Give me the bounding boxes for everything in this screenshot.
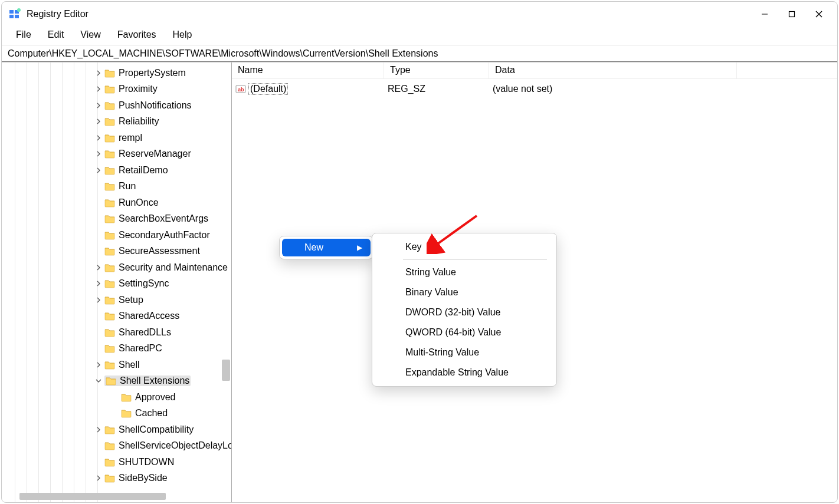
context-menu-item[interactable]: Multi-String Value: [375, 342, 554, 363]
chevron-right-icon[interactable]: [95, 70, 102, 77]
context-menu-item[interactable]: Expandable String Value: [375, 363, 554, 383]
context-menu-item-label: Multi-String Value: [405, 347, 479, 358]
tree-node-label: Reliability: [119, 116, 159, 127]
folder-icon: [121, 409, 132, 418]
tree-node-label: RunOnce: [119, 197, 159, 208]
context-submenu-new[interactable]: KeyString ValueBinary ValueDWORD (32-bit…: [372, 233, 557, 387]
chevron-right-icon[interactable]: [95, 85, 102, 93]
chevron-right-icon[interactable]: [95, 361, 102, 368]
menu-view[interactable]: View: [72, 28, 109, 41]
svg-point-4: [17, 8, 21, 12]
folder-icon: [104, 182, 115, 191]
tree-node[interactable]: SecondaryAuthFactor: [2, 227, 231, 243]
column-data[interactable]: Data: [489, 62, 737, 78]
tree-node[interactable]: SharedAccess: [2, 308, 231, 325]
maximize-button[interactable]: [778, 2, 805, 27]
tree-node-label: Shell: [119, 360, 140, 370]
menu-file[interactable]: File: [8, 28, 40, 41]
tree-node[interactable]: Reliability: [2, 114, 231, 130]
column-name[interactable]: Name: [232, 62, 384, 78]
tree-node[interactable]: Setup: [2, 292, 231, 308]
menu-favorites[interactable]: Favorites: [109, 28, 165, 41]
menubar: File Edit View Favorites Help: [2, 27, 837, 45]
value-data: (value not set): [489, 84, 737, 94]
chevron-right-icon[interactable]: [95, 150, 102, 157]
tree-node[interactable]: ShellServiceObjectDelayLoad: [2, 438, 231, 454]
tree-node[interactable]: SettingSync: [2, 276, 231, 292]
folder-icon: [104, 84, 115, 94]
tree-vertical-scrollbar[interactable]: [222, 360, 230, 381]
tree-node[interactable]: rempl: [2, 130, 231, 146]
tree-node[interactable]: RetailDemo: [2, 162, 231, 179]
tree-node-label: SharedDLLs: [119, 327, 171, 338]
submenu-arrow-icon: ▶: [357, 243, 362, 252]
chevron-right-icon[interactable]: [95, 134, 102, 141]
tree-node-label: Proximity: [119, 84, 158, 94]
folder-icon: [104, 214, 115, 223]
folder-icon: [104, 441, 115, 450]
tree-node[interactable]: Run: [2, 179, 231, 195]
folder-icon: [104, 101, 115, 110]
context-menu-item-new[interactable]: New ▶: [282, 239, 371, 256]
folder-icon: [104, 311, 115, 321]
chevron-right-icon[interactable]: [95, 297, 102, 304]
tree-node-label: ShellCompatibility: [119, 424, 194, 435]
tree-node-label: Shell Extensions: [120, 375, 189, 386]
chevron-right-icon[interactable]: [95, 426, 102, 433]
folder-icon: [104, 166, 115, 175]
tree-node[interactable]: SecureAssessment: [2, 243, 231, 260]
tree-node-label: RetailDemo: [119, 165, 168, 176]
tree-node[interactable]: SharedDLLs: [2, 324, 231, 341]
tree-node[interactable]: SideBySide: [2, 470, 231, 487]
context-menu-item[interactable]: Key: [375, 237, 554, 257]
chevron-right-icon[interactable]: [95, 118, 102, 125]
context-menu-item[interactable]: QWORD (64-bit) Value: [375, 322, 554, 342]
column-type[interactable]: Type: [384, 62, 489, 78]
tree-node-label: ShellServiceObjectDelayLoad: [119, 440, 231, 451]
tree-node[interactable]: SHUTDOWN: [2, 454, 231, 470]
menu-help[interactable]: Help: [165, 28, 201, 41]
tree-node[interactable]: PushNotifications: [2, 97, 231, 114]
minimize-button[interactable]: [751, 2, 778, 27]
tree-horizontal-scrollbar[interactable]: [11, 493, 218, 500]
tree-node-label: Cached: [135, 408, 168, 419]
tree-node[interactable]: Approved: [2, 389, 231, 406]
chevron-right-icon[interactable]: [95, 102, 102, 109]
tree-node[interactable]: ReserveManager: [2, 146, 231, 163]
chevron-right-icon[interactable]: [95, 264, 102, 271]
tree-node[interactable]: Shell Extensions: [2, 373, 231, 390]
folder-icon: [104, 133, 115, 143]
close-button[interactable]: [805, 2, 833, 27]
tree-node[interactable]: Security and Maintenance: [2, 259, 231, 276]
context-menu[interactable]: New ▶: [279, 236, 373, 259]
chevron-right-icon[interactable]: [95, 167, 102, 174]
app-icon: [9, 8, 21, 20]
chevron-down-icon[interactable]: [95, 377, 102, 384]
context-menu-item[interactable]: String Value: [375, 262, 554, 282]
address-bar[interactable]: Computer\HKEY_LOCAL_MACHINE\SOFTWARE\Mic…: [2, 45, 837, 62]
context-menu-item[interactable]: DWORD (32-bit) Value: [375, 302, 554, 322]
menu-edit[interactable]: Edit: [40, 28, 73, 41]
tree-pane: PropertySystemProximityPushNotifications…: [2, 62, 232, 502]
tree-node[interactable]: Shell: [2, 357, 231, 373]
folder-icon: [104, 425, 115, 434]
tree-node[interactable]: PropertySystem: [2, 65, 231, 81]
svg-text:ab: ab: [238, 87, 244, 93]
tree-node[interactable]: RunOnce: [2, 195, 231, 211]
context-menu-item[interactable]: Binary Value: [375, 282, 554, 302]
chevron-right-icon[interactable]: [95, 280, 102, 287]
tree-node[interactable]: SearchBoxEventArgs: [2, 211, 231, 228]
context-menu-item-label: Key: [405, 242, 422, 252]
tree-node[interactable]: ShellCompatibility: [2, 421, 231, 438]
value-row[interactable]: ab(Default)REG_SZ(value not set): [232, 81, 837, 97]
tree-node-label: Security and Maintenance: [119, 262, 228, 273]
chevron-right-icon[interactable]: [95, 475, 102, 482]
folder-icon: [104, 328, 115, 337]
tree-node[interactable]: Proximity: [2, 81, 231, 98]
tree-node[interactable]: Cached: [2, 406, 231, 422]
registry-editor-window: Registry Editor File Edit View Favorites…: [1, 1, 838, 503]
tree-node-label: SecureAssessment: [119, 246, 200, 256]
tree-node[interactable]: SharedPC: [2, 341, 231, 357]
folder-icon: [104, 149, 115, 159]
context-menu-label: New: [304, 242, 323, 253]
